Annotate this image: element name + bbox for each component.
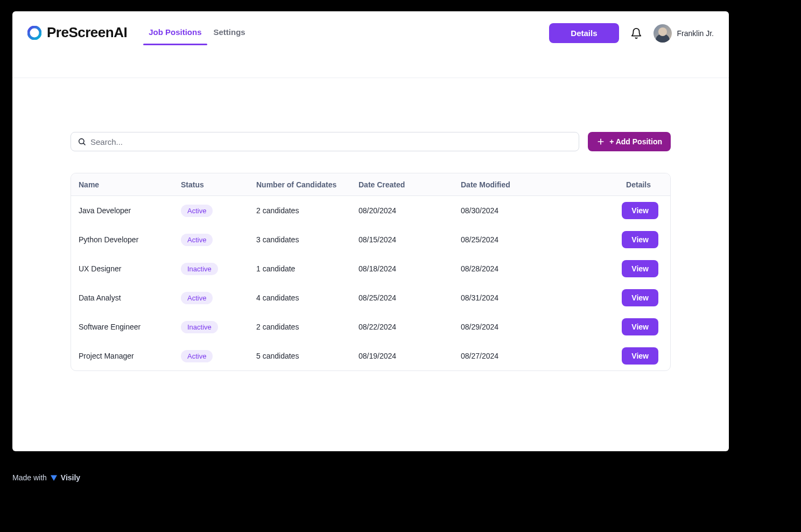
cell-created: 08/19/2024 [359,352,461,360]
cell-status: Active [181,292,256,304]
tab-job-positions[interactable]: Job Positions [149,27,201,44]
status-pill: Inactive [181,263,218,275]
table-body: Java DeveloperActive2 candidates08/20/20… [71,196,670,370]
cell-name: Java Developer [79,206,181,215]
brand-logo-icon [27,26,41,40]
cell-created: 08/25/2024 [359,293,461,302]
nav-tabs: Job Positions Settings [149,27,245,44]
cell-name: Software Engineer [79,323,181,331]
col-created: Date Created [359,180,461,189]
table-row: Project ManagerActive5 candidates08/19/2… [71,341,670,370]
status-pill: Inactive [181,321,218,333]
cell-modified: 08/29/2024 [461,323,590,331]
cell-status: Active [181,234,256,246]
tab-settings[interactable]: Settings [214,27,245,44]
table-header: Name Status Number of Candidates Date Cr… [71,173,670,196]
cell-modified: 08/31/2024 [461,293,590,302]
cell-candidates: 5 candidates [256,352,359,360]
watermark: Made with Visily [12,473,80,482]
view-button[interactable]: View [622,231,658,248]
cell-candidates: 1 candidate [256,264,359,273]
table-row: UX DesignerInactive1 candidate08/18/2024… [71,254,670,283]
cell-created: 08/22/2024 [359,323,461,331]
visily-logo-icon [49,473,59,482]
col-details: Details [590,180,663,189]
cell-candidates: 3 candidates [256,235,359,244]
cell-name: Data Analyst [79,293,181,302]
brand-name: PreScreenAI [47,24,127,41]
svg-line-2 [83,143,85,145]
brand: PreScreenAI [27,24,127,41]
avatar [654,24,672,43]
cell-details: View [590,202,663,219]
col-modified: Date Modified [461,180,590,189]
user-menu[interactable]: Franklin Jr. [654,24,714,43]
cell-modified: 08/27/2024 [461,352,590,360]
topbar-right: Details Franklin Jr. [549,23,714,43]
cell-name: Python Developer [79,235,181,244]
search-box[interactable] [71,132,579,151]
positions-table: Name Status Number of Candidates Date Cr… [71,173,671,371]
cell-name: UX Designer [79,264,181,273]
view-button[interactable]: View [622,347,658,365]
view-button[interactable]: View [622,289,658,306]
cell-modified: 08/28/2024 [461,264,590,273]
status-pill: Active [181,234,213,246]
content: + Add Position Name Status Number of Can… [12,78,729,371]
cell-details: View [590,318,663,335]
status-pill: Active [181,205,213,217]
add-position-label: + Add Position [609,137,662,146]
cell-created: 08/15/2024 [359,235,461,244]
notifications-button[interactable] [629,26,644,41]
view-button[interactable]: View [622,260,658,277]
cell-name: Project Manager [79,352,181,360]
cell-details: View [590,347,663,365]
cell-candidates: 2 candidates [256,323,359,331]
svg-point-0 [29,27,40,39]
cell-details: View [590,260,663,277]
col-name: Name [79,180,181,189]
app-frame: PreScreenAI Job Positions Settings Detai… [12,11,729,451]
cell-status: Active [181,205,256,217]
cell-status: Active [181,350,256,362]
cell-details: View [590,231,663,248]
bell-icon [630,27,642,39]
search-icon [78,137,86,146]
add-position-button[interactable]: + Add Position [588,132,671,151]
view-button[interactable]: View [622,318,658,335]
table-row: Data AnalystActive4 candidates08/25/2024… [71,283,670,312]
details-button[interactable]: Details [549,23,619,43]
cell-status: Inactive [181,263,256,275]
watermark-prefix: Made with [12,473,47,482]
col-candidates: Number of Candidates [256,180,359,189]
status-pill: Active [181,350,213,362]
table-row: Software EngineerInactive2 candidates08/… [71,312,670,341]
status-pill: Active [181,292,213,304]
cell-created: 08/20/2024 [359,206,461,215]
cell-modified: 08/25/2024 [461,235,590,244]
topbar: PreScreenAI Job Positions Settings Detai… [12,11,729,78]
search-input[interactable] [90,137,572,146]
cell-candidates: 4 candidates [256,293,359,302]
cell-modified: 08/30/2024 [461,206,590,215]
watermark-brand: Visily [61,473,80,482]
cell-created: 08/18/2024 [359,264,461,273]
cell-details: View [590,289,663,306]
table-row: Python DeveloperActive3 candidates08/15/… [71,225,670,254]
table-row: Java DeveloperActive2 candidates08/20/20… [71,196,670,225]
plus-icon [596,137,605,146]
toolbar: + Add Position [71,132,671,151]
cell-candidates: 2 candidates [256,206,359,215]
col-status: Status [181,180,256,189]
cell-status: Inactive [181,321,256,333]
user-name: Franklin Jr. [677,29,714,38]
view-button[interactable]: View [622,202,658,219]
